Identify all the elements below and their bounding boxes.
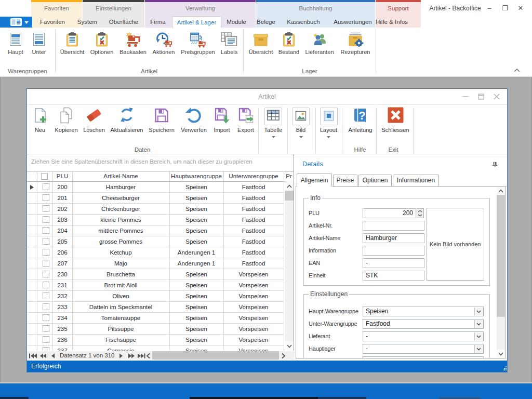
svg-text:?: ? [358,109,365,122]
